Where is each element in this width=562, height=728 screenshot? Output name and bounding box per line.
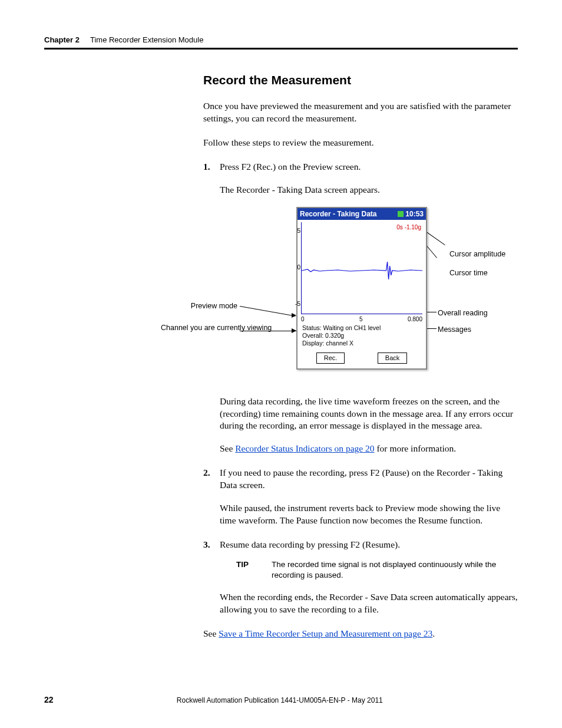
callout-preview-mode: Preview mode [167, 301, 237, 311]
ytick-top: 5 [297, 228, 300, 236]
device-button-row: Rec. Back [297, 349, 426, 368]
page: Chapter 2 Time Recorder Extension Module… [0, 0, 562, 728]
device-titlebar: Recorder - Taking Data 10:53 [297, 208, 426, 220]
callout-cursor-time: Cursor time [449, 268, 488, 278]
content-column: Record the Measurement Once you have pre… [203, 73, 518, 640]
intro-paragraph-1: Once you have previewed the measurement … [203, 100, 518, 125]
callout-cursor-amplitude: Cursor amplitude [449, 249, 505, 259]
ytick-mid: 0 [297, 264, 300, 272]
ytick-bot: -5 [295, 301, 300, 309]
tip-label: TIP [236, 559, 272, 581]
device-title: Recorder - Taking Data [300, 209, 376, 219]
section-heading: Record the Measurement [203, 73, 518, 87]
page-number: 22 [44, 695, 54, 704]
intro-paragraph-2: Follow these steps to review the measure… [203, 137, 518, 149]
status-line: Status: Waiting on CH1 level [302, 324, 421, 332]
callout-overall-reading: Overall reading [438, 308, 488, 318]
step-3: Resume data recording by pressing F2 (Re… [203, 539, 518, 616]
running-header: Chapter 2 Time Recorder Extension Module [44, 35, 518, 50]
callout-channel: Channel you are currently viewing [161, 324, 237, 332]
step-3-end: When the recording ends, the Recorder - … [220, 591, 518, 616]
step-1: Press F2 (Rec.) on the Preview screen. T… [203, 161, 518, 456]
final-see-ref: See Save a Time Recorder Setup and Measu… [203, 628, 518, 640]
device-clock: 10:53 [405, 209, 424, 219]
battery-icon [398, 211, 404, 217]
step-1-paragraph-2: During data recording, the live time wav… [220, 396, 518, 433]
overall-line: Overall: 0.320g [302, 332, 421, 340]
link-recorder-status[interactable]: Recorder Status Indicators on page 20 [235, 443, 374, 453]
callout-messages: Messages [438, 325, 471, 335]
step-1-text: Press F2 (Rec.) on the Preview screen. [220, 162, 361, 172]
device-screenshot: Recorder - Taking Data 10:53 0s -1.10g 5… [296, 207, 427, 370]
step-1-see-ref: See Recorder Status Indicators on page 2… [220, 443, 518, 455]
page-footer: 22 Rockwell Automation Publication 1441-… [44, 695, 518, 704]
status-message-area: Status: Waiting on CH1 level Overall: 0.… [301, 324, 422, 348]
cursor-readout: 0s -1.10g [396, 223, 421, 232]
device-figure: Preview mode Channel you are currently v… [102, 207, 518, 384]
tip-text: The recorded time signal is not displaye… [272, 559, 518, 581]
step-2-text: If you need to pause the recording, pres… [220, 467, 503, 490]
waveform-plot: 0s -1.10g 5 0 -5 [301, 222, 422, 314]
step-2: If you need to pause the recording, pres… [203, 467, 518, 527]
tip-box: TIP The recorded time signal is not disp… [236, 559, 518, 581]
step-3-text: Resume data recording by pressing F2 (Re… [220, 539, 400, 549]
waveform-trace [302, 265, 422, 276]
link-save-setup[interactable]: Save a Time Recorder Setup and Measureme… [219, 628, 432, 638]
publication-id: Rockwell Automation Publication 1441-UM0… [54, 696, 506, 704]
x-axis-labels: 0 5 0.800 [301, 315, 422, 322]
chapter-title: Time Recorder Extension Module [90, 35, 203, 44]
step-list: Press F2 (Rec.) on the Preview screen. T… [203, 161, 518, 616]
step-2-sub: While paused, the instrument reverts bac… [220, 502, 518, 527]
display-line: Display: channel X [302, 340, 421, 347]
rec-button[interactable]: Rec. [316, 353, 345, 364]
back-button[interactable]: Back [378, 353, 407, 364]
chapter-number: Chapter 2 [44, 35, 80, 44]
step-1-sub: The Recorder - Taking Data screen appear… [220, 184, 518, 196]
